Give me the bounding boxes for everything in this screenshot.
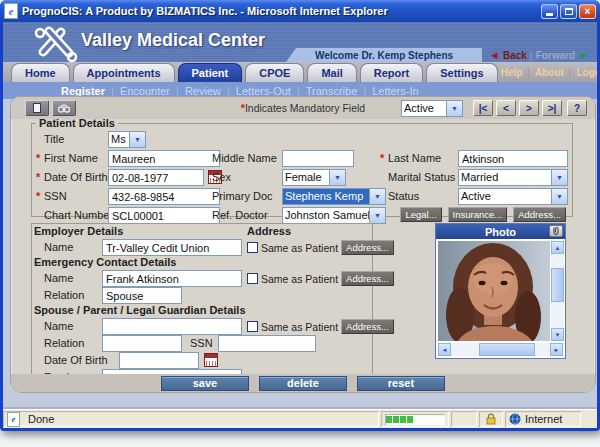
horizontal-scroll-thumb[interactable] xyxy=(479,343,535,356)
ref-doctor-label: Ref. Doctor xyxy=(212,209,268,221)
subnav-review[interactable]: Review xyxy=(185,85,221,97)
dob-label: Date Of Birth xyxy=(44,171,108,183)
tab-patient[interactable]: Patient xyxy=(178,63,243,82)
title-select[interactable]: Ms ▼ xyxy=(108,131,146,148)
attach-photo-button[interactable] xyxy=(549,225,563,237)
scroll-up-icon[interactable]: ▲ xyxy=(551,241,564,254)
separator: | xyxy=(176,85,179,97)
emergency-address-button[interactable]: Address... xyxy=(341,271,394,286)
next-record-button[interactable]: > xyxy=(519,100,539,116)
minimize-icon xyxy=(546,13,553,16)
tab-mail[interactable]: Mail xyxy=(307,63,356,82)
subnav-encounter[interactable]: Encounter xyxy=(120,85,170,97)
photo-horizontal-scrollbar[interactable]: ◄ ► xyxy=(438,343,563,356)
last-record-button[interactable]: >| xyxy=(542,100,562,116)
status-filter-select[interactable]: Active ▼ xyxy=(401,100,463,117)
first-name-input[interactable] xyxy=(108,150,220,167)
ref-doctor-select[interactable]: Johnston Samuel ▼ xyxy=(282,207,386,224)
subnav-register[interactable]: Register xyxy=(61,85,105,97)
emergency-relation-input[interactable] xyxy=(102,287,182,304)
emergency-name-input[interactable] xyxy=(102,270,242,287)
guardian-address-button[interactable]: Address... xyxy=(341,319,394,334)
delete-button[interactable]: delete xyxy=(259,376,347,391)
mandatory-asterisk: * xyxy=(36,171,40,183)
guardian-same-as-patient-checkbox[interactable] xyxy=(247,321,258,332)
separator: | xyxy=(111,85,114,97)
same-as-patient-label: Same as Patient xyxy=(261,273,338,285)
marital-status-label: Marital Status xyxy=(388,171,455,183)
dob-input[interactable] xyxy=(108,169,204,186)
help-button[interactable]: ? xyxy=(567,100,587,116)
tab-home[interactable]: Home xyxy=(11,63,70,82)
guardian-dob-input[interactable] xyxy=(119,352,199,369)
guardian-dob-label: Date Of Birth xyxy=(44,354,108,366)
scroll-down-icon[interactable]: ▼ xyxy=(551,328,564,341)
status-filter-value: Active xyxy=(402,101,446,116)
new-record-button[interactable] xyxy=(25,100,49,116)
last-name-input[interactable] xyxy=(458,150,568,167)
marital-status-select[interactable]: Married ▼ xyxy=(458,169,568,186)
save-button[interactable]: save xyxy=(161,376,249,391)
guardian-ssn-input[interactable] xyxy=(218,335,316,352)
photo-vertical-scrollbar[interactable]: ▲ ▼ xyxy=(551,241,564,341)
emergency-name-label: Name xyxy=(44,272,73,284)
tab-settings[interactable]: Settings xyxy=(426,63,497,82)
maximize-icon xyxy=(565,8,573,15)
guardian-name-input[interactable] xyxy=(102,318,242,335)
first-name-label: First Name xyxy=(44,152,98,164)
clinic-name: Valley Medical Center xyxy=(81,30,265,51)
paperclip-icon xyxy=(552,226,560,236)
about-link[interactable]: About xyxy=(535,67,564,78)
help-link[interactable]: Help xyxy=(501,67,523,78)
tab-report[interactable]: Report xyxy=(360,63,423,82)
primary-doc-select[interactable]: Stephens Kemp ▼ xyxy=(282,188,386,205)
form-row: Relation SSN xyxy=(34,335,370,352)
ssn-input[interactable] xyxy=(108,188,220,205)
previous-record-button[interactable]: < xyxy=(496,100,516,116)
search-button[interactable] xyxy=(52,100,76,116)
vertical-scroll-thumb[interactable] xyxy=(551,268,564,302)
reset-button[interactable]: reset xyxy=(357,376,445,391)
insurance-button[interactable]: Insurance... xyxy=(448,207,508,222)
sex-select[interactable]: Female ▼ xyxy=(282,169,346,186)
tab-cpoe[interactable]: CPOE xyxy=(245,63,304,82)
middle-name-input[interactable] xyxy=(282,150,354,167)
photo-title-bar: Photo xyxy=(436,224,565,239)
first-record-button[interactable]: |< xyxy=(473,100,493,116)
maximize-button[interactable] xyxy=(560,4,577,19)
subnav-transcribe[interactable]: Transcribe xyxy=(306,85,358,97)
scroll-right-icon[interactable]: ► xyxy=(550,343,563,356)
ssn-label: SSN xyxy=(44,190,67,202)
back-link[interactable]: Back xyxy=(503,50,527,61)
new-document-icon xyxy=(33,103,41,113)
chart-number-input[interactable] xyxy=(108,207,220,224)
guardian-relation-input[interactable] xyxy=(102,335,182,352)
emergency-same-as-patient-checkbox[interactable] xyxy=(247,273,258,284)
employer-name-input[interactable] xyxy=(102,239,242,256)
form-row: * Date Of Birth Sex Female ▼ Marital Sta… xyxy=(34,168,570,187)
employer-details-header: Employer Details Address xyxy=(34,225,370,239)
subnav-letters-out[interactable]: Letters-Out xyxy=(236,85,291,97)
back-forward-nav: ◄ Back | Forward ► xyxy=(489,48,589,62)
logout-link[interactable]: Logout xyxy=(576,67,597,78)
employer-address-button[interactable]: Address... xyxy=(341,240,394,255)
forward-link[interactable]: Forward xyxy=(536,50,575,61)
employer-same-as-patient-checkbox[interactable] xyxy=(247,242,258,253)
tab-appointments[interactable]: Appointments xyxy=(73,63,175,82)
form-row: Relation xyxy=(34,287,370,304)
employer-name-label: Name xyxy=(44,241,73,253)
close-button[interactable]: × xyxy=(579,4,596,19)
status-select[interactable]: Active ▼ xyxy=(458,188,568,205)
minimize-button[interactable] xyxy=(541,4,558,19)
legal-button[interactable]: Legal... xyxy=(400,207,441,222)
calendar-icon[interactable] xyxy=(204,353,218,367)
subnav-letters-in[interactable]: Letters-In xyxy=(372,85,418,97)
guardian-relation-label: Relation xyxy=(44,337,84,349)
page-icon: e xyxy=(7,412,20,427)
scroll-left-icon[interactable]: ◄ xyxy=(438,343,451,356)
resize-grip[interactable] xyxy=(583,411,597,427)
guardian-name-label: Name xyxy=(44,320,73,332)
sex-label: Sex xyxy=(212,171,231,183)
address-button[interactable]: Address... xyxy=(513,207,566,222)
photo-panel: Photo xyxy=(435,223,566,359)
